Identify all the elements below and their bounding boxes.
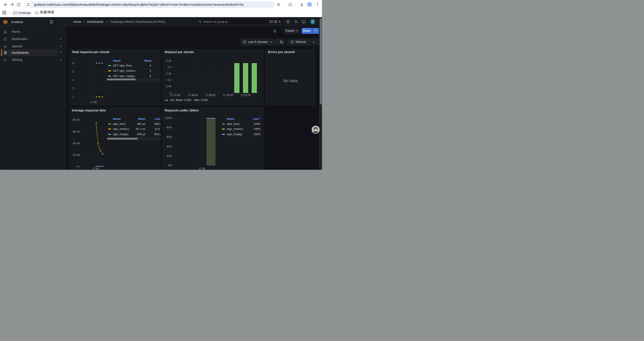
svg-text:0.05: 0.05 [166,85,171,88]
svg-text:6: 6 [72,62,74,65]
svg-text:17:41:00: 17:41:00 [240,94,251,97]
svg-text:17:40: 17:40 [92,167,99,170]
svg-text:20 ms: 20 ms [73,153,80,156]
svg-text:5: 5 [72,70,74,73]
svg-text:17:37:00: 17:37:00 [170,94,180,97]
svg-text:20%: 20% [166,154,172,158]
svg-text:3: 3 [72,87,74,90]
svg-text:60 ms: 60 ms [73,130,80,133]
svg-text:17:38:00: 17:38:00 [188,94,198,97]
svg-text:2: 2 [72,95,74,98]
svg-text:80 ms: 80 ms [73,118,80,121]
svg-text:0.25: 0.25 [166,59,171,62]
svg-text:80%: 80% [166,126,172,129]
svg-text:0.2: 0.2 [168,66,171,69]
svg-text:0 s: 0 s [76,165,80,168]
svg-text:0.1: 0.1 [168,78,171,81]
svg-text:17:39:00: 17:39:00 [205,94,216,97]
svg-text:17:40: 17:40 [90,101,97,104]
svg-text:0.15: 0.15 [166,72,171,75]
svg-text:40 ms: 40 ms [73,142,80,145]
svg-text:0%: 0% [168,164,172,167]
svg-text:17:40:00: 17:40:00 [223,94,233,97]
svg-text:100%: 100% [165,116,172,119]
svg-text:60%: 60% [166,135,172,138]
svg-text:40%: 40% [166,145,172,148]
svg-text:4: 4 [72,78,74,81]
